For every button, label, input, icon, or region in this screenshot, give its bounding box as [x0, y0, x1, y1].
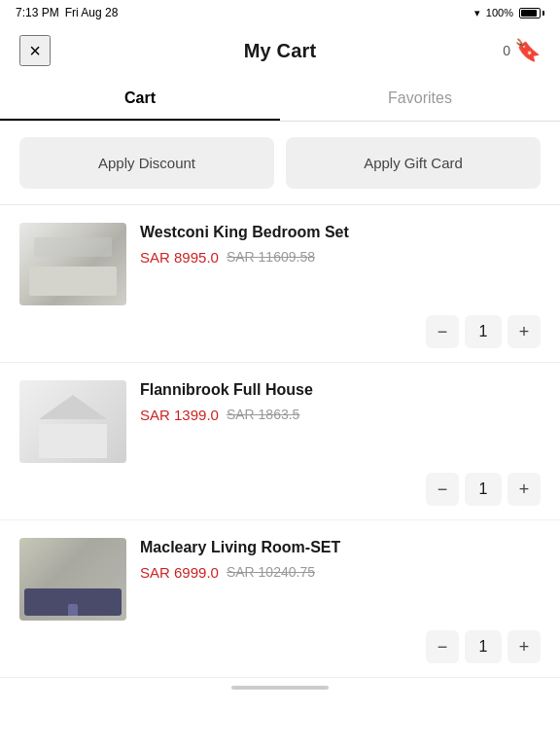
page-title: My Cart: [244, 40, 317, 62]
tab-bar: Cart Favorites: [0, 76, 560, 122]
cart-item-bottom: − 1 +: [19, 473, 541, 506]
cart-item: Westconi King Bedroom Set SAR 8995.0 SAR…: [0, 205, 560, 363]
item-price-original: SAR 11609.58: [227, 249, 315, 265]
item-image-bedroom: [19, 223, 126, 305]
cart-item: Flannibrook Full House SAR 1399.0 SAR 18…: [0, 363, 560, 520]
quantity-control: − 1 +: [426, 315, 541, 348]
apply-gift-card-button[interactable]: Apply Gift Card: [286, 137, 541, 189]
cart-item-top: Westconi King Bedroom Set SAR 8995.0 SAR…: [19, 223, 541, 305]
bookmark-icon[interactable]: 🔖: [514, 38, 541, 63]
battery-percentage: 100%: [486, 7, 513, 18]
status-bar: 7:13 PM Fri Aug 28 ▾ 100%: [0, 0, 560, 25]
quantity-decrease-button[interactable]: −: [426, 315, 459, 348]
item-name: Westconi King Bedroom Set: [140, 223, 541, 243]
quantity-increase-button[interactable]: +: [508, 315, 541, 348]
apply-discount-button[interactable]: Apply Discount: [19, 137, 274, 189]
item-price-original: SAR 10240.75: [227, 564, 315, 580]
item-details: Macleary Living Room-SET SAR 6999.0 SAR …: [140, 538, 541, 621]
quantity-value: 1: [465, 473, 502, 506]
battery-icon: [519, 8, 544, 18]
tab-cart[interactable]: Cart: [0, 76, 280, 121]
item-image-living: [19, 538, 126, 621]
item-image-house: [19, 380, 126, 463]
cart-item-bottom: − 1 +: [19, 315, 541, 348]
status-right: ▾ 100%: [474, 7, 544, 19]
item-details: Flannibrook Full House SAR 1399.0 SAR 18…: [140, 380, 541, 463]
status-date: Fri Aug 28: [65, 6, 119, 19]
close-button[interactable]: ×: [19, 35, 51, 66]
action-buttons-row: Apply Discount Apply Gift Card: [0, 122, 560, 204]
item-prices: SAR 6999.0 SAR 10240.75: [140, 564, 541, 581]
quantity-value: 1: [465, 315, 502, 348]
cart-item-top: Macleary Living Room-SET SAR 6999.0 SAR …: [19, 538, 541, 621]
cart-item-top: Flannibrook Full House SAR 1399.0 SAR 18…: [19, 380, 541, 463]
item-price-original: SAR 1863.5: [227, 407, 300, 422]
item-prices: SAR 1399.0 SAR 1863.5: [140, 407, 541, 423]
item-price-current: SAR 1399.0: [140, 407, 219, 423]
wifi-icon: ▾: [474, 7, 480, 19]
quantity-control: − 1 +: [426, 630, 541, 663]
quantity-value: 1: [465, 630, 502, 663]
status-time: 7:13 PM: [16, 6, 59, 19]
quantity-control: − 1 +: [426, 473, 541, 506]
cart-badge-count: 0: [503, 43, 510, 58]
item-price-current: SAR 6999.0: [140, 564, 219, 581]
item-price-current: SAR 8995.0: [140, 249, 219, 266]
item-prices: SAR 8995.0 SAR 11609.58: [140, 249, 541, 266]
scroll-indicator: [231, 686, 329, 690]
status-left: 7:13 PM Fri Aug 28: [16, 6, 118, 19]
tab-favorites[interactable]: Favorites: [280, 76, 560, 121]
quantity-decrease-button[interactable]: −: [426, 630, 459, 663]
quantity-decrease-button[interactable]: −: [426, 473, 459, 506]
item-details: Westconi King Bedroom Set SAR 8995.0 SAR…: [140, 223, 541, 305]
cart-item: Macleary Living Room-SET SAR 6999.0 SAR …: [0, 520, 560, 678]
header-right: 0 🔖: [503, 38, 541, 63]
quantity-increase-button[interactable]: +: [508, 630, 541, 663]
item-name: Flannibrook Full House: [140, 380, 541, 401]
cart-item-bottom: − 1 +: [19, 630, 541, 663]
item-name: Macleary Living Room-SET: [140, 538, 541, 558]
quantity-increase-button[interactable]: +: [508, 473, 541, 506]
header: × My Cart 0 🔖: [0, 25, 560, 76]
